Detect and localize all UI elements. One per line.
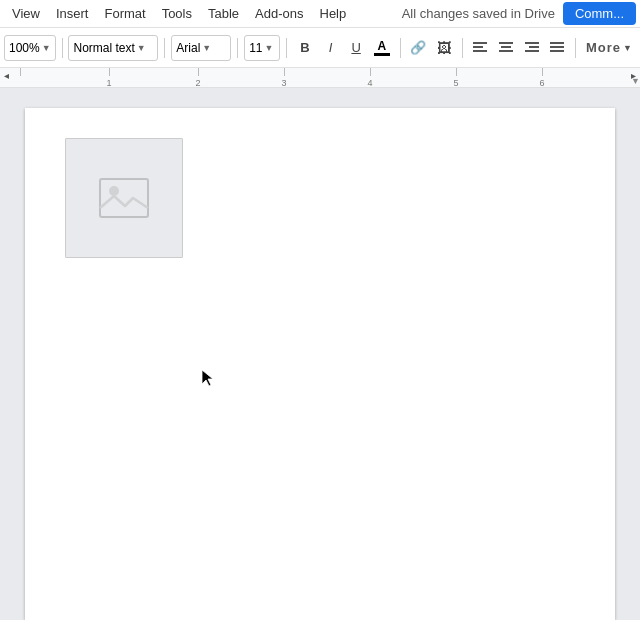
ruler-inner: ◂ 1 2 3 4 5 6 ▸ ▼ [0,68,640,87]
font-selector[interactable]: Arial ▼ [171,35,231,61]
svg-rect-11 [550,50,564,52]
menu-item-tools[interactable]: Tools [154,0,200,27]
comment-button[interactable]: Comm... [563,2,636,25]
align-left-icon [473,42,487,54]
svg-rect-7 [529,46,539,48]
menu-label-table: Table [208,6,239,21]
document-area[interactable] [0,88,640,620]
toolbar: 100% ▼ Normal text ▼ Arial ▼ 11 ▼ B I U … [0,28,640,68]
style-chevron-icon: ▼ [137,43,146,53]
svg-rect-6 [525,42,539,44]
ruler-tick-6 [542,68,543,76]
svg-rect-3 [499,42,513,44]
sep-6 [462,38,463,58]
sep-3 [237,38,238,58]
font-color-letter: A [377,40,386,52]
ruler-tick-1 [109,68,110,76]
align-left-button[interactable] [469,35,493,61]
image-icon: 🖼 [437,40,451,56]
ruler-mark-5: 5 [453,78,458,88]
align-justify-icon [550,42,564,54]
link-button[interactable]: 🔗 [406,35,430,61]
menu-label-format: Format [104,6,145,21]
menu-bar: View Insert Format Tools Table Add-ons H… [0,0,640,28]
svg-point-13 [109,186,119,196]
image-placeholder[interactable] [65,138,183,258]
ruler-mark-3: 3 [281,78,286,88]
ruler-mark-2: 2 [195,78,200,88]
svg-rect-10 [550,46,564,48]
svg-rect-8 [525,50,539,52]
ruler-tick [20,68,21,76]
menu-item-addons[interactable]: Add-ons [247,0,311,27]
align-right-button[interactable] [520,35,544,61]
menu-label-insert: Insert [56,6,89,21]
ruler-mark-6: 6 [539,78,544,88]
ruler-tick-4 [370,68,371,76]
align-right-icon [525,42,539,54]
svg-rect-4 [501,46,511,48]
font-chevron-icon: ▼ [202,43,211,53]
ruler-down-arrow-icon: ▼ [631,76,640,86]
mouse-cursor [200,368,216,391]
align-center-button[interactable] [494,35,518,61]
more-icon: More [586,40,621,55]
menu-item-view[interactable]: View [4,0,48,27]
menu-item-format[interactable]: Format [96,0,153,27]
style-value: Normal text [73,41,134,55]
underline-label: U [351,40,360,55]
menu-label-view: View [12,6,40,21]
zoom-chevron-icon: ▼ [42,43,51,53]
sep-5 [400,38,401,58]
ruler-left-arrow-icon: ◂ [4,70,9,81]
svg-rect-12 [100,179,148,217]
ruler-tick-2 [198,68,199,76]
italic-label: I [329,40,333,55]
fontsize-chevron-icon: ▼ [265,43,274,53]
sep-4 [286,38,287,58]
image-button[interactable]: 🖼 [432,35,456,61]
svg-rect-2 [473,50,487,52]
ruler: ◂ 1 2 3 4 5 6 ▸ ▼ [0,68,640,88]
menu-label-addons: Add-ons [255,6,303,21]
sep-2 [164,38,165,58]
font-value: Arial [176,41,200,55]
svg-rect-0 [473,42,487,44]
menu-label-help: Help [320,6,347,21]
fontsize-value: 11 [249,41,262,55]
align-justify-button[interactable] [545,35,569,61]
sep-1 [62,38,63,58]
zoom-selector[interactable]: 100% ▼ [4,35,56,61]
sep-7 [575,38,576,58]
more-chevron-icon: ▼ [623,43,632,53]
menu-item-table[interactable]: Table [200,0,247,27]
svg-rect-5 [499,50,513,52]
svg-rect-1 [473,46,483,48]
more-button[interactable]: More ▼ [582,35,636,61]
link-icon: 🔗 [410,40,426,55]
svg-rect-9 [550,42,564,44]
ruler-tick-3 [284,68,285,76]
document-page[interactable] [25,108,615,620]
menu-label-tools: Tools [162,6,192,21]
ruler-mark-4: 4 [367,78,372,88]
italic-button[interactable]: I [319,35,343,61]
image-placeholder-icon [99,178,149,218]
align-center-icon [499,42,513,54]
fontsize-selector[interactable]: 11 ▼ [244,35,280,61]
underline-button[interactable]: U [344,35,368,61]
font-color-button[interactable]: A [370,35,394,61]
menu-item-insert[interactable]: Insert [48,0,97,27]
bold-button[interactable]: B [293,35,317,61]
ruler-mark-1: 1 [106,78,111,88]
style-selector[interactable]: Normal text ▼ [68,35,158,61]
font-color-bar [374,53,390,56]
save-status: All changes saved in Drive [402,6,555,21]
menu-item-help[interactable]: Help [312,0,355,27]
ruler-tick-5 [456,68,457,76]
zoom-value: 100% [9,41,40,55]
bold-label: B [300,40,309,55]
